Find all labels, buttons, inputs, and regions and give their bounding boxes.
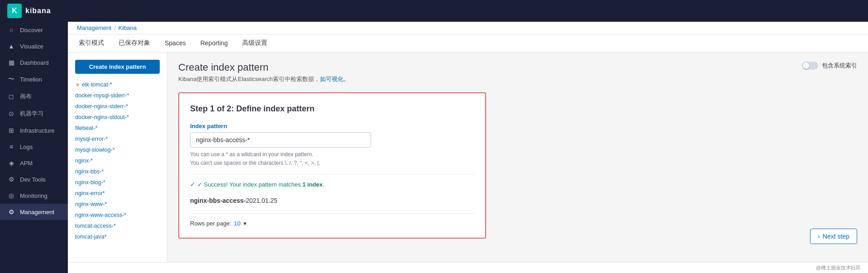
visualize-icon: ▲ xyxy=(7,43,15,50)
right-main: ✕ 包含系统索引 Create index pattern Kibana使用索引… xyxy=(167,53,868,262)
include-system-indices-toggle[interactable]: ✕ xyxy=(802,62,818,70)
sidebar-item-management[interactable]: ⚙ Management xyxy=(0,204,68,220)
sidebar-item-label: 机器学习 xyxy=(20,110,43,118)
matched-index-bold: nginx-bbs-access- xyxy=(190,197,246,204)
list-item-tomcat-java[interactable]: tomcat-java* xyxy=(68,231,167,242)
matched-index-rest: 2021.01.25 xyxy=(246,197,277,204)
list-item-docker-nginx-stderr[interactable]: docker-nginx-stderr-* xyxy=(68,101,167,112)
index-name: docker-nginx-stdout-* xyxy=(75,114,129,120)
list-item-nginx-blog[interactable]: nginx-blog-* xyxy=(68,177,167,188)
rows-label: Rows per page: xyxy=(190,220,231,227)
sub-nav-advanced-settings[interactable]: 高级设置 xyxy=(240,34,269,52)
next-step-label: Next step xyxy=(823,233,849,240)
subtitle-link[interactable]: 如可视化。 xyxy=(320,76,349,82)
list-item-tomcat-access[interactable]: tomcat-access-* xyxy=(68,220,167,231)
sidebar-item-label: Visualize xyxy=(20,43,43,50)
sidebar-item-visualize[interactable]: ▲ Visualize xyxy=(0,38,68,54)
sub-nav: 索引模式 已保存对象 Spaces Reporting 高级设置 xyxy=(68,34,868,53)
management-icon: ⚙ xyxy=(7,208,15,216)
apm-icon: ◈ xyxy=(7,159,15,167)
success-message: ✓ ✓ Success! Your index pattern matches … xyxy=(190,181,474,188)
list-item-nginx-www[interactable]: nginx-www-* xyxy=(68,199,167,210)
success-prefix: ✓ Success! Your index pattern matches xyxy=(197,181,302,188)
index-name: docker-mysql-stderr-* xyxy=(75,92,129,99)
sidebar-item-label: Logs xyxy=(20,144,33,150)
list-item-docker-mysql[interactable]: docker-mysql-stderr-* xyxy=(68,90,167,101)
list-item-nginx-www-access[interactable]: nginx-www-access-* xyxy=(68,210,167,220)
infrastructure-icon: ⊞ xyxy=(7,127,15,134)
sidebar-item-label: Management xyxy=(20,209,54,216)
list-item-mysql-error[interactable]: mysql-error-* xyxy=(68,134,167,144)
breadcrumb-management[interactable]: Management xyxy=(77,24,111,31)
kibana-logo-text: kibana xyxy=(25,7,51,15)
chevron-down-icon: ▾ xyxy=(243,220,247,227)
success-suffix: . xyxy=(323,181,324,188)
success-text: ✓ Success! Your index pattern matches 1 … xyxy=(197,181,324,188)
sub-nav-saved-objects[interactable]: 已保存对象 xyxy=(117,34,152,52)
list-item-mysql-slowlog[interactable]: mysql-slowlog-* xyxy=(68,144,167,155)
index-pattern-input[interactable] xyxy=(190,132,371,148)
star-icon: ★ xyxy=(75,81,80,88)
sidebar-item-devtools[interactable]: ⚙ Dev Tools xyxy=(0,171,68,187)
create-index-pattern-button[interactable]: Create index pattern xyxy=(75,60,160,74)
sidebar-item-timelion[interactable]: 〜 Timelion xyxy=(0,71,68,88)
index-name: mysql-slowlog-* xyxy=(75,147,115,153)
sidebar-item-logs[interactable]: ≡ Logs xyxy=(0,139,68,155)
toggle-label: 包含系统索引 xyxy=(822,62,857,70)
success-count: 1 index xyxy=(302,181,323,188)
list-item-docker-nginx-stdout[interactable]: docker-nginx-stdout-* xyxy=(68,112,167,123)
input-hint: You can use a * as a wildcard in your in… xyxy=(190,150,474,168)
timelion-icon: 〜 xyxy=(7,75,15,83)
index-name: elk-tomcat-* xyxy=(82,81,112,88)
monitoring-icon: ◎ xyxy=(7,192,15,199)
logs-icon: ≡ xyxy=(7,143,15,150)
list-item-nginx[interactable]: nginx-* xyxy=(68,155,167,166)
sidebar-item-label: Dev Tools xyxy=(20,176,46,183)
index-name: nginx-error* xyxy=(75,190,105,196)
index-name: nginx-blog-* xyxy=(75,179,105,186)
sidebar-item-discover[interactable]: ○ Discover xyxy=(0,22,68,38)
sidebar-item-infrastructure[interactable]: ⊞ Infrastructure xyxy=(0,122,68,139)
page-title: Create index pattern xyxy=(178,62,857,73)
devtools-icon: ⚙ xyxy=(7,176,15,183)
sidebar-item-apm[interactable]: ◈ APM xyxy=(0,155,68,171)
index-name: nginx-www-* xyxy=(75,201,107,207)
list-item-filebeat[interactable]: filebeat-* xyxy=(68,123,167,134)
step-title: Step 1 of 2: Define index pattern xyxy=(190,104,474,114)
sub-nav-index-patterns[interactable]: 索引模式 xyxy=(77,34,106,52)
content-area: Management / Kibana 索引模式 已保存对象 Spaces Re… xyxy=(68,22,868,273)
sidebar-item-label: Infrastructure xyxy=(20,127,55,134)
sidebar-item-monitoring[interactable]: ◎ Monitoring xyxy=(0,187,68,204)
next-step-button[interactable]: › Next step xyxy=(810,229,857,244)
page-content: Create index pattern ★ elk-tomcat-* dock… xyxy=(68,53,868,262)
subtitle-text: Kibana使用索引模式从Elasticsearch索引中检索数据， xyxy=(178,76,320,82)
card-divider2 xyxy=(190,213,474,214)
toggle-knob xyxy=(803,62,809,69)
sidebar: ○ Discover ▲ Visualize ▦ Dashboard 〜 Tim… xyxy=(0,22,68,273)
breadcrumb-kibana[interactable]: Kibana xyxy=(119,24,137,31)
index-name: tomcat-access-* xyxy=(75,223,116,229)
breadcrumb: Management / Kibana xyxy=(68,22,868,34)
sidebar-item-canvas[interactable]: ◻ 画布 xyxy=(0,88,68,105)
sub-nav-spaces[interactable]: Spaces xyxy=(163,34,188,52)
sidebar-item-label: Monitoring xyxy=(20,192,48,199)
sub-nav-reporting[interactable]: Reporting xyxy=(199,34,230,52)
index-name: docker-nginx-stderr-* xyxy=(75,103,128,110)
sidebar-item-dashboard[interactable]: ▦ Dashboard xyxy=(0,54,68,71)
breadcrumb-separator: / xyxy=(114,24,116,31)
list-item-nginx-error[interactable]: nginx-error* xyxy=(68,188,167,199)
index-name: filebeat-* xyxy=(75,125,97,131)
index-name: mysql-error-* xyxy=(75,136,108,142)
footer: @稀土掘金技术社区 xyxy=(68,262,868,273)
main-layout: ○ Discover ▲ Visualize ▦ Dashboard 〜 Tim… xyxy=(0,22,868,273)
rows-per-page-control[interactable]: Rows per page: 10 ▾ xyxy=(190,220,474,227)
sidebar-item-ml[interactable]: ⊙ 机器学习 xyxy=(0,105,68,122)
list-item-elk-tomcat[interactable]: ★ elk-tomcat-* xyxy=(68,79,167,90)
list-item-nginx-bbs[interactable]: nginx-bbs-* xyxy=(68,166,167,177)
matched-index: nginx-bbs-access-2021.01.25 xyxy=(190,194,474,207)
field-label: Index pattern xyxy=(190,123,474,129)
card-divider xyxy=(190,174,474,174)
success-icon: ✓ xyxy=(190,181,196,188)
ml-icon: ⊙ xyxy=(7,110,15,117)
index-name: nginx-* xyxy=(75,158,93,164)
